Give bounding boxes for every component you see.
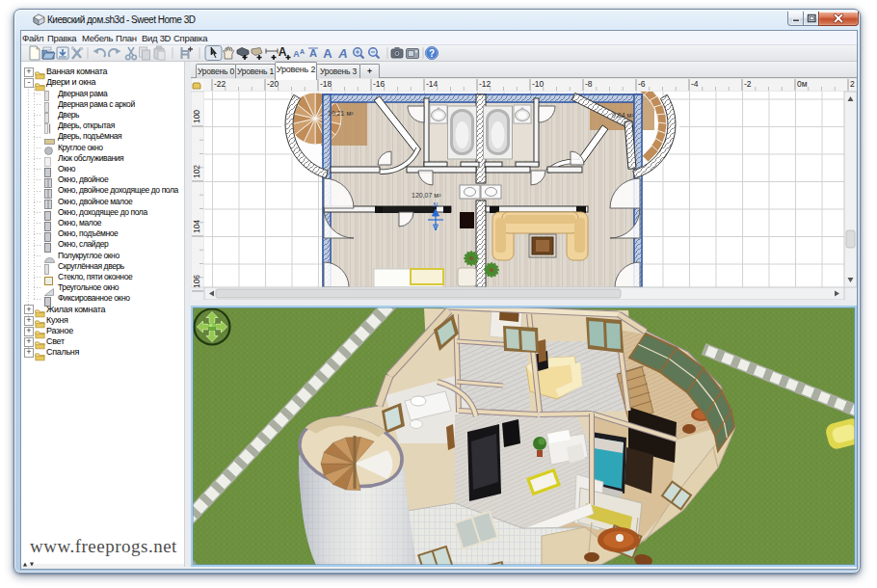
svg-text:-10: -10	[532, 79, 545, 89]
svg-text:A: A	[323, 46, 332, 61]
svg-text:120,07 м²: 120,07 м²	[412, 192, 441, 199]
svg-text:9,84 м²: 9,84 м²	[612, 112, 634, 119]
svg-text:-2: -2	[744, 79, 752, 89]
svg-text:2: 2	[850, 79, 855, 89]
svg-text:104: 104	[192, 220, 201, 233]
svg-text:A: A	[337, 46, 347, 61]
svg-text:-12: -12	[479, 79, 492, 89]
svg-text:106: 106	[192, 275, 201, 288]
svg-text:-6: -6	[638, 79, 646, 89]
svg-text:-22: -22	[214, 79, 226, 89]
svg-text:A: A	[309, 47, 317, 59]
svg-text:A: A	[279, 45, 287, 59]
svg-text:-18: -18	[320, 79, 332, 89]
svg-text:-20: -20	[267, 79, 279, 89]
svg-text:0м: 0м	[797, 79, 808, 89]
svg-text:-8: -8	[585, 79, 593, 89]
svg-text:102: 102	[192, 165, 201, 178]
svg-text:N: N	[433, 201, 438, 208]
svg-text:-4: -4	[691, 79, 699, 89]
svg-text:-16: -16	[373, 79, 385, 89]
svg-text:A: A	[300, 48, 305, 55]
svg-text:?: ?	[429, 48, 435, 59]
svg-text:100: 100	[192, 110, 201, 123]
svg-text:10,21 м²: 10,21 м²	[328, 110, 354, 117]
svg-text:-14: -14	[426, 79, 438, 89]
